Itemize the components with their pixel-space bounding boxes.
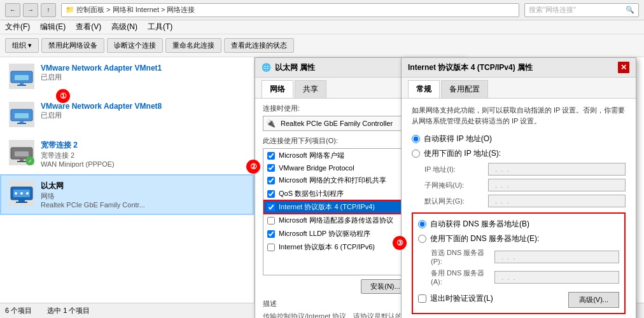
item-count: 6 个项目 (5, 306, 32, 315)
svg-point-16 (15, 192, 17, 195)
tab-alt-config[interactable]: 备用配置 (441, 80, 488, 98)
svg-rect-7 (17, 123, 26, 124)
view-status-button[interactable]: 查看此连接的状态 (224, 38, 294, 53)
search-bar[interactable]: 搜索"网络连接" 🔍 (524, 3, 639, 17)
gateway-label: 默认网关(G): (424, 197, 488, 206)
protocol-checkbox-4[interactable] (267, 204, 275, 211)
auto-ip-label: 自动获得 IP 地址(O) (424, 134, 492, 144)
rename-button[interactable]: 重命名此连接 (165, 38, 221, 53)
menu-tools[interactable]: 工具(T) (148, 22, 172, 32)
protocol-label-2: Microsoft 网络的文件和打印机共享 (279, 176, 386, 185)
preferred-dns-label: 首选 DNS 服务器(P): (431, 248, 494, 265)
svg-rect-9 (15, 151, 29, 156)
annotation-2: ② (246, 160, 260, 174)
ethernet-desc: Realtek PCIe GbE Family Contr... (41, 201, 245, 209)
vmnet8-info: VMware Network Adapter VMnet8 已启用 (41, 102, 245, 120)
vmnet8-status: 已启用 (41, 111, 245, 120)
toolbar: 组织 ▾ 禁用此网络设备 诊断这个连接 重命名此连接 查看此连接的状态 (0, 34, 644, 57)
alternate-dns-label: 备用 DNS 服务器(A): (431, 268, 494, 286)
broadband-name: 宽带连接 2 (41, 140, 245, 151)
menu-bar: 文件(F) 编辑(E) 查看(V) 高级(N) 工具(T) (0, 20, 644, 34)
menu-edit[interactable]: 编辑(E) (40, 22, 66, 32)
broadband-icon: ✓ (9, 140, 34, 165)
address-bar[interactable]: 📁 控制面板 > 网络和 Internet > 网络连接 (61, 3, 519, 17)
vmnet1-icon (9, 64, 34, 89)
ipv4-close-button[interactable]: ✕ (618, 62, 629, 73)
ipv4-tabs: 常规 备用配置 (402, 78, 636, 99)
preferred-dns-input[interactable] (494, 251, 619, 263)
address-text: 📁 控制面板 > 网络和 Internet > 网络连接 (66, 5, 195, 15)
manual-ip-radio[interactable] (412, 149, 420, 158)
svg-rect-3 (17, 85, 26, 86)
protocol-checkbox-5[interactable] (267, 217, 275, 225)
exit-validate-checkbox[interactable] (418, 294, 426, 303)
ip-radio-section: 自动获得 IP 地址(O) 使用下面的 IP 地址(S): IP 地址(I): … (412, 134, 626, 207)
broadband-status: 宽带连接 2 (41, 151, 245, 160)
net-item-ethernet[interactable]: 以太网 网络 Realtek PCIe GbE Family Contr... (0, 174, 254, 215)
vmnet1-status: 已启用 (41, 73, 245, 82)
advanced-button[interactable]: 高级(V)... (568, 292, 619, 308)
menu-view[interactable]: 查看(V) (76, 22, 101, 32)
protocol-checkbox-0[interactable] (267, 152, 275, 160)
exit-validate-row[interactable]: 退出时验证设置(L) (418, 291, 493, 307)
protocol-label-6: Microsoft LLDP 协议驱动程序 (279, 229, 370, 238)
manual-ip-row[interactable]: 使用下面的 IP 地址(S): (412, 148, 626, 159)
disable-device-button[interactable]: 禁用此网络设备 (41, 38, 104, 53)
browser-chrome: ← → ↑ 📁 控制面板 > 网络和 Internet > 网络连接 搜索"网络… (0, 0, 644, 20)
nic-icon: 🔌 (266, 119, 276, 128)
vmnet1-info: VMware Network Adapter VMnet1 已启用 (41, 64, 245, 82)
ipv4-info: 如果网络支持此功能，则可以获取自动指派的 IP 设置。否则，你需要从网络系统管理… (412, 105, 626, 126)
ethernet-name: 以太网 (41, 181, 245, 191)
ip-address-input[interactable] (488, 163, 626, 176)
menu-advanced[interactable]: 高级(N) (111, 22, 137, 32)
subnet-row: 子网掩码(U): (412, 179, 626, 191)
auto-ip-radio[interactable] (412, 135, 420, 143)
gateway-input[interactable] (488, 195, 626, 207)
manual-dns-radio[interactable] (418, 235, 426, 243)
ip-address-row: IP 地址(I): (412, 163, 626, 176)
auto-ip-row[interactable]: 自动获得 IP 地址(O) (412, 134, 626, 144)
protocol-checkbox-2[interactable] (267, 177, 275, 184)
organize-button[interactable]: 组织 ▾ (5, 38, 39, 53)
alternate-dns-input[interactable] (494, 271, 619, 284)
menu-file[interactable]: 文件(F) (5, 22, 30, 32)
svg-rect-15 (16, 202, 27, 203)
tab-general[interactable]: 常规 (408, 80, 440, 98)
svg-point-17 (20, 192, 23, 195)
protocol-label-3: QoS 数据包计划程序 (279, 189, 344, 198)
net-item-vmnet8[interactable]: VMware Network Adapter VMnet8 已启用 (0, 95, 254, 134)
forward-button[interactable]: → (23, 3, 38, 17)
net-item-vmnet1[interactable]: VMware Network Adapter VMnet1 已启用 (0, 57, 254, 95)
annotation-3: ③ (393, 236, 407, 250)
auto-dns-radio[interactable] (418, 220, 426, 228)
auto-dns-row[interactable]: 自动获得 DNS 服务器地址(B) (418, 219, 619, 230)
protocol-checkbox-6[interactable] (267, 230, 275, 238)
manual-dns-label: 使用下面的 DNS 服务器地址(E): (430, 233, 539, 244)
vmnet1-name: VMware Network Adapter VMnet1 (41, 64, 245, 73)
diagnose-button[interactable]: 诊断这个连接 (107, 38, 163, 53)
subnet-input[interactable] (488, 179, 626, 191)
protocol-label-7: Internet 协议版本 6 (TCP/IPv6) (279, 242, 375, 252)
preferred-dns-row: 首选 DNS 服务器(P): (418, 248, 619, 265)
gateway-row: 默认网关(G): (412, 195, 626, 207)
auto-dns-label: 自动获得 DNS 服务器地址(B) (430, 219, 529, 230)
tab-network[interactable]: 网络 (262, 80, 293, 98)
back-button[interactable]: ← (5, 3, 20, 17)
selected-count: 选中 1 个项目 (47, 306, 90, 315)
svg-rect-11 (17, 161, 26, 162)
network-icon-small: 🌐 (262, 63, 271, 72)
broadband-desc: WAN Miniport (PPPOE) (41, 160, 245, 168)
protocol-checkbox-1[interactable] (267, 164, 275, 172)
manual-dns-row[interactable]: 使用下面的 DNS 服务器地址(E): (418, 233, 619, 244)
tab-share[interactable]: 共享 (295, 80, 326, 98)
up-button[interactable]: ↑ (41, 3, 56, 17)
ip-address-label: IP 地址(I): (424, 165, 488, 174)
protocol-checkbox-7[interactable] (267, 244, 275, 251)
dns-section: 自动获得 DNS 服务器地址(B) 使用下面的 DNS 服务器地址(E): 首选… (412, 212, 626, 314)
manual-ip-label: 使用下面的 IP 地址(S): (424, 148, 501, 159)
protocol-checkbox-3[interactable] (267, 190, 275, 198)
svg-rect-5 (15, 113, 29, 118)
network-panel: ① VMware Network Adapter VMnet1 已启用 (0, 57, 255, 303)
svg-point-18 (26, 192, 29, 195)
net-item-broadband[interactable]: ✓ 宽带连接 2 宽带连接 2 WAN Miniport (PPPOE) (0, 134, 254, 174)
